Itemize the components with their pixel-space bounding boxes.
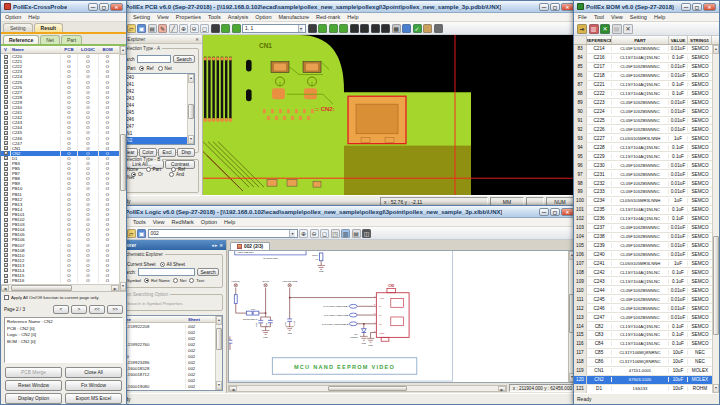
scroll-left-icon[interactable]: ◀	[1, 285, 9, 291]
menu-item[interactable]: Tools	[133, 219, 146, 225]
menu-item[interactable]: View	[611, 14, 623, 20]
layer-green-3-icon[interactable]	[339, 24, 348, 33]
bom-row[interactable]: 93 C227 CL05G105MR3LNNH 1uF SEMCO	[574, 134, 712, 143]
scroll-track[interactable]	[237, 386, 498, 391]
bom-row[interactable]: 83 C214 CL05F103ZB5NNNC 0.01uF SEMCO	[574, 45, 712, 54]
scroll-up-icon[interactable]: ▲	[188, 74, 194, 83]
bom-row[interactable]: 116 C84 CL1SY104AQ1NLNC 0.1uF SEMCO	[574, 340, 712, 349]
bom-row[interactable]: 102 C236 CL1SY104AQ1NLNC 0.1uF SEMCO	[574, 215, 712, 224]
scroll-up-icon[interactable]: ▲	[713, 45, 719, 54]
row-checkbox[interactable]: ✓	[4, 258, 8, 262]
display-option-button[interactable]: Display Option	[5, 393, 62, 404]
scroll-thumb[interactable]	[120, 134, 126, 191]
scroll-down-icon[interactable]: ▼	[713, 384, 719, 393]
bom-row[interactable]: 88 C222 CL1SY104AQ1NLNC 0.1uF SEMCO	[574, 90, 712, 99]
bom-row[interactable]: 109 C243 CL1SY104AQ1NLNC 0.1uF SEMCO	[574, 277, 712, 286]
radio-option[interactable]: All Sheet	[160, 262, 185, 267]
bom-row[interactable]: 121 D1 1SS133 10uF ROHM	[574, 385, 712, 393]
zoom-window-icon[interactable]: ◻	[320, 229, 329, 238]
bom-row[interactable]: 117 C85 CL31Y106MQ8NRNC 10uF NEC	[574, 349, 712, 358]
fix-window-button[interactable]: Fix Window	[65, 380, 122, 391]
row-checkbox[interactable]: ✓	[4, 268, 8, 272]
scroll-left-icon[interactable]: ◀	[229, 386, 237, 391]
menu-item[interactable]: Red-mark	[316, 14, 340, 20]
color-icon[interactable]	[402, 24, 411, 33]
bom-row[interactable]: 87 C221 CL1SY104AQ1NLNC 0.1uF SEMCO	[574, 81, 712, 90]
scroll-thumb[interactable]	[713, 236, 719, 335]
maximize-button[interactable]: ▢	[99, 3, 109, 11]
radio-option[interactable]: Net	[173, 278, 187, 283]
ref-list-item[interactable]: C243	[121, 95, 187, 102]
column-v[interactable]: V	[1, 47, 10, 52]
bom-row[interactable]: 99 C233 CL05F103ZB5NNNC 0.01uF SEMCO	[574, 188, 712, 197]
cn2-footprint[interactable]	[348, 96, 406, 143]
ref-list-item[interactable]: C244	[121, 102, 187, 109]
bom-vscrollbar[interactable]: ▲ ▼	[712, 45, 719, 393]
ref-list-item[interactable]: C246	[121, 116, 187, 123]
bom-row[interactable]: 118 C86 CL31Y106MQ8NRNC 10uF NEC	[574, 358, 712, 367]
maximize-button[interactable]: ▢	[692, 3, 702, 11]
crossprobe-titlebar[interactable]: PollEx-CrossProbe — ▢ ✕	[1, 1, 126, 13]
excel-export-icon[interactable]: ✕	[600, 24, 610, 34]
disp-button[interactable]: Disp	[177, 148, 195, 157]
row-checkbox[interactable]: ✓	[4, 167, 8, 171]
combo-arrow-icon[interactable]: ▾	[289, 230, 294, 237]
schematic-canvas[interactable]: VCC.5V 5VLC VCC.PS.USB R114 4.7 FL6 C101…	[229, 251, 568, 382]
radio-option[interactable]: Ref Name	[144, 278, 170, 283]
row-checkbox[interactable]: ✓	[4, 151, 8, 155]
scroll-track[interactable]	[216, 325, 222, 381]
excl-button[interactable]: Excl	[158, 148, 176, 157]
panel-close-icon[interactable]: ✕	[195, 37, 199, 42]
row-checkbox[interactable]: ✓	[4, 60, 8, 64]
sheet-view-icon[interactable]: ▥	[341, 229, 350, 238]
column-value[interactable]: VALUE	[669, 36, 688, 44]
bom-row[interactable]: 108 C242 CL1SY104AQ1NLNC 0.1uF SEMCO	[574, 268, 712, 277]
bom-row[interactable]: 90 C224 CL05F103ZB5NNNC 0.01uF SEMCO	[574, 108, 712, 117]
scroll-thumb[interactable]	[11, 285, 72, 291]
scroll-track[interactable]	[713, 54, 719, 384]
bom-row[interactable]: 112 C246 CL05F103ZB5NNNC 0.01uF SEMCO	[574, 304, 712, 313]
minimize-button[interactable]: —	[88, 3, 98, 11]
row-checkbox[interactable]: ✓	[4, 274, 8, 278]
crossprobe-vscrollbar[interactable]: ▲ ▼	[119, 46, 126, 291]
bom-row[interactable]: 100 C234 CL05G105MR3LNNH 1uF SEMCO	[574, 197, 712, 206]
row-checkbox[interactable]: ✓	[4, 207, 8, 211]
maximize-button[interactable]: ▢	[550, 208, 560, 216]
pcb-titlebar[interactable]: PollEx PCB v6.0 (Sep-27-2018) - [\\192.1…	[113, 1, 577, 13]
row-checkbox[interactable]: ✓	[4, 197, 8, 201]
layer-green-2-icon[interactable]	[329, 24, 338, 33]
row-checkbox[interactable]: ✓	[4, 121, 8, 125]
radio-option[interactable]: Ref	[139, 66, 153, 71]
row-checkbox[interactable]: ✓	[4, 55, 8, 59]
row-checkbox[interactable]: ✓	[4, 228, 8, 232]
menu-item[interactable]: Properties	[176, 14, 201, 20]
row-checkbox[interactable]: ✓	[4, 248, 8, 252]
row-checkbox[interactable]: ✓	[4, 187, 8, 191]
save-icon[interactable]: ▣	[137, 229, 146, 238]
pcb-search-input[interactable]	[137, 55, 171, 63]
scroll-track[interactable]	[188, 83, 194, 135]
display-mode-icon[interactable]	[211, 24, 220, 33]
panel-pin-icon[interactable]: ◂ ▸	[211, 243, 217, 248]
zoom-out-icon[interactable]: ⊖	[310, 229, 319, 238]
menu-item[interactable]: Manufacture	[278, 14, 309, 20]
row-checkbox[interactable]: ✓	[4, 146, 8, 150]
board-dark-1-icon[interactable]	[350, 24, 359, 33]
table-row[interactable]: R109 002	[117, 389, 215, 390]
maximize-button[interactable]: ▢	[550, 3, 560, 11]
close-all-button[interactable]: Close All	[65, 367, 122, 378]
delete-icon[interactable]: ✕	[623, 24, 633, 34]
menu-item[interactable]: Analysis	[228, 14, 248, 20]
close-button[interactable]: ✕	[703, 3, 716, 11]
scroll-thumb[interactable]	[328, 386, 406, 391]
bom-row[interactable]: 94 C228 CL1SY104AQ1NLNC 0.1uF SEMCO	[574, 143, 712, 152]
view-3d-icon[interactable]	[308, 24, 317, 33]
menu-item[interactable]: Option	[201, 219, 217, 225]
canvas-hscrollbar[interactable]: ◀ ▶	[228, 385, 507, 392]
capture-icon[interactable]	[434, 24, 443, 33]
column-string1[interactable]: STRING1	[688, 36, 712, 44]
row-checkbox[interactable]: ✓	[4, 238, 8, 242]
row-checkbox[interactable]: ✓	[4, 141, 8, 145]
layer-top-icon[interactable]	[221, 24, 230, 33]
board-dark-4-icon[interactable]	[381, 24, 390, 33]
